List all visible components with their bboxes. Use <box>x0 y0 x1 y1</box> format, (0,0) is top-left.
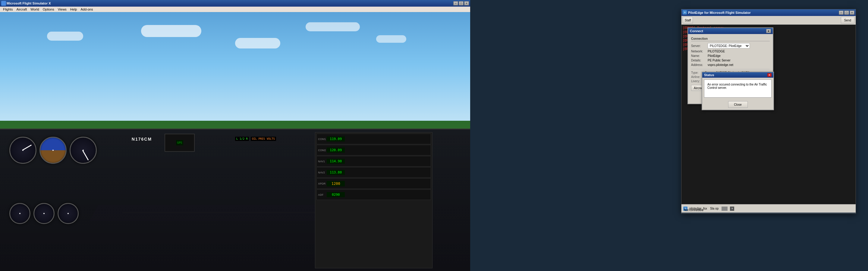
address-label: Address: <box>691 63 708 67</box>
heading-indicator <box>33 203 55 224</box>
pe-icon: ✈ <box>683 10 687 14</box>
fsx-close-btn[interactable]: × <box>464 1 469 5</box>
details-row: Details: PE Public Server <box>691 59 770 62</box>
menu-aircraft[interactable]: Aircraft <box>14 7 29 11</box>
connect-title: Connect <box>690 29 703 33</box>
airspeed-indicator <box>9 137 36 164</box>
dash-inner: N176CM <box>0 130 470 271</box>
altimeter <box>70 137 97 164</box>
lower-instruments <box>9 203 79 224</box>
cloud-4 <box>306 22 360 31</box>
attitude-indicator <box>39 137 67 164</box>
server-dropdown[interactable]: PILOTEDGE: PilotEdge <box>708 43 750 48</box>
tail-number: N176CM <box>132 137 152 141</box>
not-connected-status: Not connected <box>684 208 704 212</box>
fsx-menubar: Flights Aircraft World Options Views Hel… <box>0 7 470 12</box>
com2-display: 120.09 <box>327 147 345 153</box>
cloud-5 <box>376 35 406 43</box>
details-value: PE Public Server <box>708 59 731 62</box>
send-button[interactable]: Send <box>841 17 855 24</box>
server-row: Server: PILOTEDGE: PilotEdge <box>691 43 770 48</box>
status-dialog: Status × An error occured connecting to … <box>702 72 774 110</box>
nav2-freq: NAV2 113.80 <box>316 167 431 178</box>
fuel-display: L 1/2 R <box>235 137 249 141</box>
status-title: Status <box>704 73 714 77</box>
fsx-maximize-btn[interactable]: □ <box>459 1 464 5</box>
cloud-2 <box>141 25 201 37</box>
name-label: Name: <box>691 54 708 58</box>
menu-options[interactable]: Options <box>41 7 56 11</box>
address-value: vopro.pilotedge.net <box>708 63 733 67</box>
pilotedge-window: ✈ PilotEdge for Microsoft Flight Simulat… <box>681 9 856 214</box>
nav1-radio: COM1 119.09 <box>316 134 431 144</box>
nav1-display: 114.90 <box>327 159 345 164</box>
status-close-x-btn[interactable]: × <box>767 73 772 77</box>
status-message: An error occured connecting to the Air T… <box>704 79 772 98</box>
name-value: PilotEdge <box>708 54 721 58</box>
nav2-radio: COM2 120.09 <box>316 145 431 156</box>
left-instruments <box>9 137 97 164</box>
pe-minimize-btn[interactable]: − <box>839 10 844 15</box>
connect-close-btn[interactable]: × <box>766 29 771 33</box>
transponder: XPDR 1200 <box>316 178 431 189</box>
pe-close-btn[interactable]: × <box>849 10 855 15</box>
pe-status-icon-2 <box>721 207 727 211</box>
com1-display: 119.09 <box>327 136 345 141</box>
oil-display: OIL PRES VOLTS <box>251 137 276 141</box>
radio-stack: COM1 119.09 COM2 120.09 NAV1 114.90 NAV2… <box>315 132 433 268</box>
nav1-freq: NAV1 114.90 <box>316 156 431 167</box>
menu-help[interactable]: Help <box>68 7 79 11</box>
address-row: Address: vopro.pilotedge.net <box>691 63 770 67</box>
network-value: PILOTEDGE <box>708 50 725 53</box>
transponder-display: 1200 <box>327 181 345 187</box>
pe-title: PilotEdge for Microsoft Flight Simulator <box>683 11 751 14</box>
server-label: Server: <box>691 44 708 47</box>
fsx-minimize-btn[interactable]: − <box>453 1 458 5</box>
gps-screen: GPS <box>176 140 183 145</box>
adf-display: 0290 <box>327 192 345 197</box>
turn-coordinator <box>9 203 30 224</box>
fuel-gauges: L 1/2 R OIL PRES VOLTS <box>235 137 276 141</box>
fsx-viewport: N176CM <box>0 12 470 271</box>
adf-radio: ADF 0290 <box>316 190 431 200</box>
pe-right-panel <box>769 25 856 204</box>
menu-world[interactable]: World <box>29 7 41 11</box>
connection-section-label: Connection <box>691 37 770 41</box>
fsx-window-controls: − □ × <box>453 1 469 5</box>
cloud-1 <box>47 32 83 41</box>
menu-flights[interactable]: Flights <box>1 7 14 11</box>
pe-close-status-btn[interactable]: × <box>730 207 734 211</box>
vsi <box>58 203 79 224</box>
menu-addons[interactable]: Add-ons <box>79 7 95 11</box>
connect-titlebar: Connect × <box>688 28 773 34</box>
name-row: Name: PilotEdge <box>691 54 770 58</box>
status-btn-row: Close <box>702 99 773 110</box>
details-label: Details: <box>691 59 708 62</box>
cloud-3 <box>235 38 280 48</box>
fsx-window: Microsoft Flight Simulator X − □ × Fligh… <box>0 0 470 271</box>
pe-titlebar: ✈ PilotEdge for Microsoft Flight Simulat… <box>681 9 856 16</box>
gps-display: GPS <box>164 134 195 152</box>
pe-save-label: Sla op <box>710 207 718 210</box>
menu-views[interactable]: Views <box>56 7 68 11</box>
network-label: Network: <box>691 50 708 53</box>
status-titlebar: Status × <box>702 72 773 78</box>
pe-toolbar: Staff Send <box>681 16 856 25</box>
fsx-icon <box>1 1 6 6</box>
pe-window-controls: − □ × <box>839 10 855 15</box>
instrument-panel: N176CM <box>0 129 470 271</box>
status-close-dialog-btn[interactable]: Close <box>728 101 748 108</box>
connect-dialog: Connect × Connection Server: PILOTEDGE: … <box>687 27 773 104</box>
staff-button[interactable]: Staff <box>683 17 693 24</box>
network-row: Network: PILOTEDGE <box>691 50 770 53</box>
pe-maximize-btn[interactable]: □ <box>844 10 849 15</box>
pe-statusbar: ✈ pilotedge_fsx Sla op × Not connected <box>681 204 856 212</box>
nav2-display: 113.80 <box>327 170 345 175</box>
fsx-titlebar: Microsoft Flight Simulator X − □ × <box>0 0 470 7</box>
fsx-title: Microsoft Flight Simulator X <box>1 1 51 5</box>
